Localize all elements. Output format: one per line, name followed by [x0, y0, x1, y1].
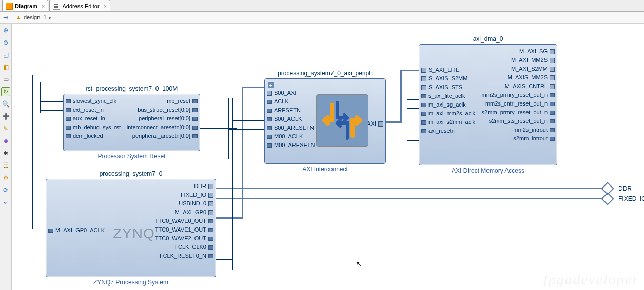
block-caption: ZYNQ7 Processing System — [46, 279, 216, 286]
port[interactable]: FIXED_IO — [155, 191, 212, 198]
tab-diagram[interactable]: Diagram × — [2, 0, 48, 11]
net — [40, 101, 63, 102]
port[interactable]: M_AXI_S2MM — [482, 65, 554, 72]
port[interactable]: bus_struct_reset[0:0] — [127, 106, 197, 113]
regenerate-icon[interactable]: ⟳ — [1, 185, 10, 195]
port[interactable]: S00_AXI — [268, 89, 315, 96]
debug-icon[interactable]: ✱ — [1, 149, 10, 158]
block-ps7[interactable]: processing_system7_0 M_AXI_GP0_ACLK DDR … — [46, 179, 216, 277]
port[interactable]: s_axi_lite_aclk — [422, 92, 475, 99]
validate-icon[interactable]: ◆ — [1, 136, 10, 146]
block-axi-interconnect[interactable]: processing_system7_0_axi_periph S00_AXI … — [264, 78, 386, 164]
port[interactable]: M_AXIS_CNTRL — [482, 82, 554, 90]
block-title: processing_system7_0_axi_periph — [265, 70, 385, 77]
port[interactable]: M_AXI_SG — [482, 48, 554, 55]
auto-layout-icon[interactable]: ↻ — [1, 87, 10, 96]
port[interactable]: mb_reset — [127, 97, 197, 105]
port[interactable]: axi_resetn — [422, 127, 475, 134]
port[interactable]: M00_ACLK — [268, 133, 315, 140]
port[interactable]: s2mm_sts_reset_out_n — [482, 117, 554, 125]
net — [228, 107, 264, 107]
diagram-canvas[interactable]: rst_processing_system7_0_100M slowest_sy… — [12, 24, 644, 290]
add-ip-icon[interactable]: ➕ — [1, 112, 10, 121]
customize-icon[interactable]: ✎ — [1, 124, 10, 133]
port[interactable]: TTC0_WAVE1_OUT — [155, 226, 212, 233]
port[interactable]: aux_reset_in — [67, 115, 121, 122]
port[interactable]: M_AXI_GP0_ACLK — [49, 226, 105, 234]
net — [228, 152, 264, 152]
port[interactable]: M_AXIS_MM2S — [482, 74, 554, 81]
breadcrumb-bar: ⇥ ▲ design_1 ▸ — [0, 12, 644, 24]
port[interactable]: S_AXIS_S2MM — [422, 75, 475, 82]
port[interactable]: M00_ARESETN — [268, 141, 315, 149]
hierarchy-icon[interactable]: ☷ — [1, 161, 10, 170]
port[interactable]: TTC0_WAVE2_OUT — [155, 235, 212, 242]
zoom-area-icon[interactable]: ◧ — [1, 63, 10, 72]
net — [407, 108, 419, 109]
zoom-in-icon[interactable]: ⊕ — [1, 26, 10, 35]
port[interactable]: m_axi_mm2s_aclk — [422, 110, 475, 117]
refresh-icon[interactable]: ⤾ — [1, 198, 10, 207]
net — [232, 98, 233, 270]
port[interactable]: mm2s_introut — [482, 126, 554, 133]
close-icon[interactable]: × — [42, 3, 45, 9]
port[interactable]: s2mm_prmry_reset_out_n — [482, 109, 554, 116]
port[interactable]: interconnect_aresetn[0:0] — [127, 123, 197, 131]
settings-icon[interactable]: ⚙ — [1, 173, 10, 182]
block-rst[interactable]: rst_processing_system7_0_100M slowest_sy… — [63, 94, 200, 151]
net — [40, 82, 41, 113]
tab-label: Diagram — [15, 3, 37, 9]
zoom-fit-icon[interactable]: ◱ — [1, 50, 10, 59]
port[interactable]: m_axi_s2mm_aclk — [422, 118, 475, 126]
port[interactable]: FCLK_RESET0_N — [155, 252, 212, 259]
port[interactable]: S00_ARESETN — [268, 124, 315, 131]
port[interactable]: DDR — [155, 182, 212, 190]
port[interactable]: peripheral_reset[0:0] — [127, 115, 197, 122]
external-port-fixed-io[interactable]: FIXED_IO — [603, 194, 644, 203]
port[interactable]: USBIND_0 — [155, 200, 212, 207]
block-caption: AXI Interconnect — [265, 165, 385, 173]
expand-icon[interactable]: + — [268, 82, 274, 88]
select-icon[interactable]: ▭ — [1, 75, 10, 84]
net — [407, 98, 407, 193]
tab-address-editor[interactable]: Address Editor × — [49, 0, 110, 11]
port[interactable]: peripheral_aresetn[0:0] — [127, 132, 197, 139]
port[interactable]: mm2s_prmry_reset_out_n — [482, 91, 554, 98]
port[interactable]: FCLK_CLK0 — [155, 243, 212, 251]
port[interactable]: M_AXI_MM2S — [482, 56, 554, 64]
tab-label: Address Editor — [62, 3, 99, 9]
block-axi-dma[interactable]: axi_dma_0 S_AXI_LITE S_AXIS_S2MM S_AXIS_… — [419, 44, 557, 165]
search-icon[interactable]: 🔍 — [1, 99, 10, 109]
port[interactable]: ext_reset_in — [67, 106, 121, 113]
left-toolbar: ⊕ ⊖ ◱ ◧ ▭ ↻ 🔍 ➕ ✎ ◆ ✱ ☷ ⚙ ⟳ ⤾ — [0, 24, 12, 290]
port[interactable]: ACLK — [268, 98, 315, 105]
port[interactable]: slowest_sync_clk — [67, 97, 121, 105]
port[interactable]: m_axi_sg_aclk — [422, 101, 475, 108]
breadcrumb-design[interactable]: design_1 — [24, 14, 47, 20]
port[interactable]: mb_debug_sys_rst — [67, 123, 121, 131]
mouse-cursor: ↖ — [356, 259, 362, 269]
net-bus — [400, 70, 419, 71]
port[interactable]: dcm_locked — [67, 132, 121, 139]
net-bus — [216, 217, 242, 219]
chevron-right-icon: ▸ — [49, 14, 52, 21]
port[interactable]: S00_ACLK — [268, 115, 315, 122]
port[interactable]: TTC0_WAVE0_OUT — [155, 217, 212, 224]
port[interactable]: s2mm_introut — [482, 135, 554, 142]
block-caption: Processor System Reset — [64, 153, 200, 160]
net — [228, 129, 264, 130]
net — [407, 140, 419, 141]
pin-icon[interactable]: ⇥ — [3, 14, 8, 21]
port[interactable]: M_AXI_GP0 — [155, 209, 212, 216]
address-editor-icon — [53, 3, 60, 10]
net — [32, 229, 46, 229]
net — [407, 99, 419, 100]
port[interactable]: ARESETN — [268, 107, 315, 114]
port[interactable]: S_AXIS_STS — [422, 84, 475, 91]
net-bus — [400, 70, 402, 123]
port[interactable]: mm2s_cntrl_reset_out_n — [482, 100, 554, 107]
port[interactable]: S_AXI_LITE — [422, 66, 475, 73]
zoom-out-icon[interactable]: ⊖ — [1, 38, 10, 47]
close-icon[interactable]: × — [104, 3, 107, 9]
net — [216, 259, 233, 260]
